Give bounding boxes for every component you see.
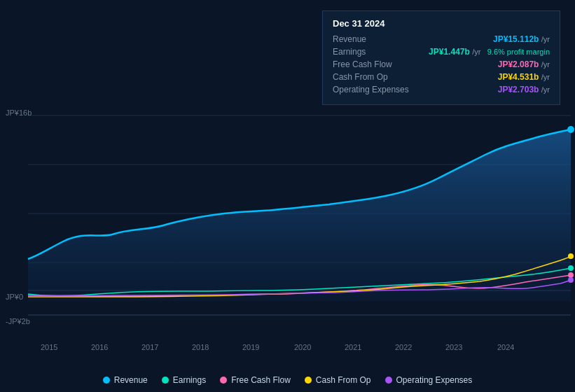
y-label-neg2b: -JP¥2b <box>6 317 30 326</box>
tooltip-opex-unit: /yr <box>541 85 550 94</box>
legend-label-opex: Operating Expenses <box>396 375 473 385</box>
x-label-2019: 2019 <box>242 343 259 351</box>
tooltip-cfo-value: JP¥4.531b <box>498 72 539 82</box>
legend-label-cfo: Cash From Op <box>316 375 371 385</box>
legend-label-earnings: Earnings <box>173 375 206 385</box>
legend-dot-cfo <box>305 377 312 384</box>
x-label-2017: 2017 <box>141 343 158 351</box>
x-label-2018: 2018 <box>192 343 209 351</box>
x-label-2021: 2021 <box>345 343 361 351</box>
y-label-16b: JP¥16b <box>6 108 32 117</box>
tooltip-earnings-value: JP¥1.447b <box>429 47 470 57</box>
x-label-2015: 2015 <box>41 343 57 351</box>
legend-opex[interactable]: Operating Expenses <box>385 375 473 385</box>
tooltip-opex-row: Operating Expenses JP¥2.703b /yr <box>333 85 550 94</box>
tooltip-revenue-unit: /yr <box>541 35 550 43</box>
svg-point-7 <box>567 126 574 133</box>
tooltip-opex-value: JP¥2.703b <box>498 85 539 94</box>
legend-dot-earnings <box>162 377 169 384</box>
tooltip-cfo-row: Cash From Op JP¥4.531b /yr <box>333 72 550 82</box>
tooltip-revenue-label: Revenue <box>333 34 424 44</box>
chart-container: JP¥16b JP¥0 -JP¥2b 2015 2016 2017 2018 2… <box>0 0 575 392</box>
tooltip-box: Dec 31 2024 Revenue JP¥15.112b /yr Earni… <box>322 10 560 105</box>
tooltip-cfo-label: Cash From Op <box>333 72 424 82</box>
tooltip-earnings-label: Earnings <box>333 47 424 57</box>
x-label-2023: 2023 <box>445 343 462 351</box>
svg-point-9 <box>568 272 574 278</box>
legend-label-fcf: Free Cash Flow <box>231 375 291 385</box>
legend-dot-opex <box>385 377 392 384</box>
legend-earnings[interactable]: Earnings <box>162 375 206 385</box>
x-label-2016: 2016 <box>91 343 108 351</box>
tooltip-revenue-value: JP¥15.112b <box>493 34 539 44</box>
tooltip-earnings-row: Earnings JP¥1.447b /yr 9.6% profit margi… <box>333 47 550 57</box>
legend-revenue[interactable]: Revenue <box>103 375 148 385</box>
legend-fcf[interactable]: Free Cash Flow <box>220 375 291 385</box>
tooltip-fcf-unit: /yr <box>541 60 550 69</box>
y-label-0: JP¥0 <box>6 293 23 301</box>
svg-point-11 <box>568 277 574 283</box>
legend-dot-fcf <box>220 377 227 384</box>
legend: Revenue Earnings Free Cash Flow Cash Fro… <box>0 375 575 385</box>
tooltip-date: Dec 31 2024 <box>333 18 550 29</box>
svg-point-8 <box>568 265 574 271</box>
tooltip-revenue-row: Revenue JP¥15.112b /yr <box>333 34 550 44</box>
tooltip-opex-label: Operating Expenses <box>333 85 424 94</box>
tooltip-cfo-unit: /yr <box>541 73 550 81</box>
tooltip-fcf-value: JP¥2.087b <box>498 59 539 69</box>
tooltip-fcf-label: Free Cash Flow <box>333 59 424 69</box>
x-label-2022: 2022 <box>395 343 412 351</box>
legend-dot-revenue <box>103 377 110 384</box>
svg-point-10 <box>568 253 574 259</box>
x-label-2024: 2024 <box>497 343 514 351</box>
tooltip-fcf-row: Free Cash Flow JP¥2.087b /yr <box>333 59 550 69</box>
legend-cfo[interactable]: Cash From Op <box>305 375 371 385</box>
x-label-2020: 2020 <box>294 343 311 351</box>
legend-label-revenue: Revenue <box>114 375 148 385</box>
tooltip-profit-margin: 9.6% profit margin <box>487 48 550 56</box>
tooltip-earnings-unit: /yr <box>472 48 480 56</box>
